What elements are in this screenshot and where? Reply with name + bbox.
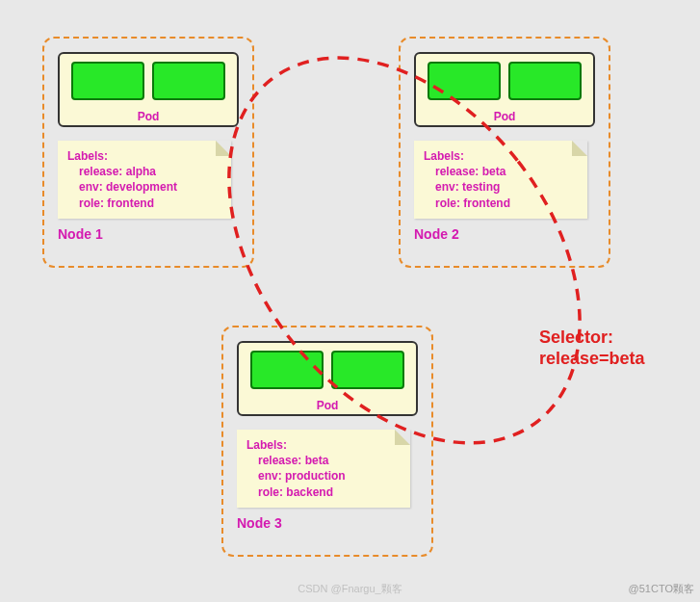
selector-title: Selector: [539, 327, 645, 349]
watermark-center: CSDN @Fnargu_颗客 [298, 582, 402, 596]
labels-note: Labels: release: beta env: testing role:… [414, 141, 587, 219]
node-3: Pod Labels: release: beta env: productio… [221, 326, 433, 557]
labels-title: Labels: [424, 148, 578, 164]
selector-expression: release=beta [539, 349, 645, 370]
selector-text: Selector: release=beta [539, 327, 645, 369]
node-2: Pod Labels: release: beta env: testing r… [399, 37, 610, 268]
label-role: role: frontend [424, 196, 578, 211]
container-box [331, 351, 404, 389]
label-env: env: development [67, 179, 221, 195]
watermark-right: @51CTO颗客 [629, 582, 694, 596]
pod: Pod [237, 341, 418, 416]
labels-note: Labels: release: alpha env: development … [58, 141, 231, 219]
label-role: role: frontend [67, 196, 221, 211]
labels-note: Labels: release: beta env: production ro… [237, 430, 410, 508]
container-box [428, 62, 501, 100]
labels-title: Labels: [246, 437, 401, 453]
label-release: release: beta [424, 164, 578, 179]
node-name: Node 2 [414, 226, 595, 242]
container-box [71, 62, 144, 100]
node-1: Pod Labels: release: alpha env: developm… [42, 37, 254, 268]
container-box [152, 62, 225, 100]
labels-title: Labels: [67, 148, 221, 164]
container-box [250, 351, 324, 389]
pod-label: Pod [246, 399, 408, 412]
pod-label: Pod [424, 110, 585, 123]
pod: Pod [58, 52, 239, 127]
label-env: env: production [246, 468, 401, 484]
container-box [508, 62, 582, 100]
label-role: role: backend [246, 484, 401, 500]
pod: Pod [414, 52, 595, 127]
node-name: Node 3 [237, 515, 418, 531]
node-name: Node 1 [58, 226, 239, 242]
label-release: release: alpha [67, 164, 221, 179]
label-release: release: beta [246, 453, 401, 468]
pod-label: Pod [67, 110, 229, 123]
label-env: env: testing [424, 179, 578, 195]
